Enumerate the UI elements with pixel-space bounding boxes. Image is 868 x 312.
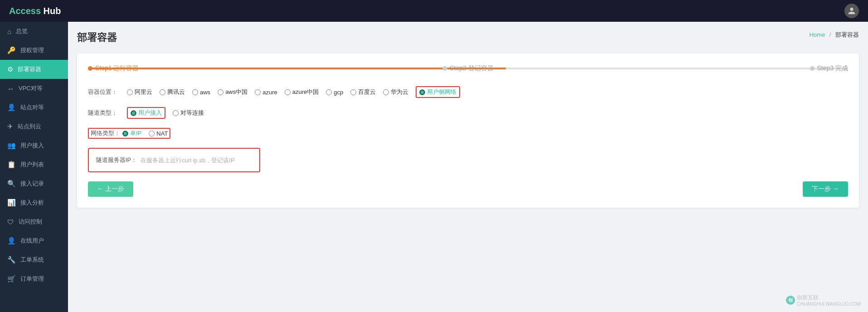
location-gcp[interactable]: gcp: [326, 89, 343, 96]
watermark: 创 创新互联 CHUANGHUI WANGLUO.COM: [786, 294, 861, 307]
sidebar-label-order-mgmt: 订单管理: [20, 275, 44, 283]
tunnel-type-label: 隧道类型：: [88, 109, 120, 117]
prev-button[interactable]: ← 上一步: [88, 181, 133, 197]
watermark-subtext: CHUANGHUI WANGLUO.COM: [797, 302, 861, 307]
location-user-network[interactable]: 用户侧网络: [419, 88, 456, 96]
sidebar-item-online-users[interactable]: 👤 在线用户: [0, 231, 68, 250]
layout: ⌂ 总览 🔑 授权管理 ⚙ 部署容器 ↔ VPC对等 👤 站点对等 ✈ 站点到云…: [0, 22, 868, 312]
container-location-label: 容器位置：: [88, 88, 120, 96]
sidebar-label-access-control: 访问控制: [19, 218, 42, 226]
network-type-row: 网络类型： 单IP NAT: [88, 128, 848, 139]
sidebar-item-access-control[interactable]: 🛡 访问控制: [0, 212, 68, 231]
container-location-row: 容器位置： 阿里云 腾讯云 aws: [88, 86, 848, 98]
sidebar-label-access-log: 接入记录: [20, 180, 44, 188]
breadcrumb: Home / 部署容器: [809, 31, 859, 39]
tunnel-peer[interactable]: 对等连接: [173, 109, 204, 117]
location-user-network-box: 用户侧网络: [416, 86, 460, 98]
location-aws[interactable]: aws: [192, 89, 210, 96]
step-2: Step2 登记容器: [442, 64, 493, 73]
step-2-dot: [442, 66, 447, 71]
network-nat[interactable]: NAT: [149, 130, 168, 137]
vpc-icon: ↔: [7, 85, 14, 93]
location-aliyun[interactable]: 阿里云: [127, 88, 152, 96]
sidebar-item-work-order[interactable]: 🔧 工单系统: [0, 250, 68, 269]
breadcrumb-home[interactable]: Home: [809, 31, 825, 38]
chart-icon: 📊: [7, 199, 16, 207]
sidebar-label-deploy: 部署容器: [18, 65, 41, 73]
step-3-dot: [810, 66, 815, 71]
location-radio-group: 阿里云 腾讯云 aws aws中国: [127, 86, 460, 98]
watermark-text: 创新互联 CHUANGHUI WANGLUO.COM: [797, 294, 861, 307]
location-aws-cn[interactable]: aws中国: [218, 88, 247, 96]
main-card: Step1 运行容器 Step2 登记容器 Step3 完成 容器位置： 阿: [77, 54, 859, 208]
sidebar-item-user-list[interactable]: 📋 用户列表: [0, 155, 68, 174]
tunnel-server-ip-input[interactable]: [141, 157, 252, 164]
sidebar-label-user-access: 用户接入: [20, 141, 44, 150]
tunnel-type-row: 隧道类型： 用户接入 对等连接: [88, 107, 848, 119]
header: Access Hub: [0, 0, 868, 22]
next-button[interactable]: 下一步 →: [803, 181, 848, 197]
sidebar-label-user-list: 用户列表: [20, 161, 44, 169]
sidebar-item-home[interactable]: ⌂ 总览: [0, 22, 68, 41]
sidebar-label-home: 总览: [16, 27, 28, 35]
network-radio-group: 单IP NAT: [122, 129, 168, 137]
button-row: ← 上一步 下一步 →: [88, 181, 848, 197]
sidebar-label-work-order: 工单系统: [20, 256, 44, 264]
network-single-ip[interactable]: 单IP: [122, 129, 141, 137]
sidebar-label-vpc: VPC对等: [19, 84, 43, 93]
location-baidu[interactable]: 百度云: [350, 88, 376, 96]
sidebar-item-site[interactable]: 👤 站点对等: [0, 98, 68, 117]
network-type-label: 网络类型：: [91, 129, 122, 137]
location-huawei[interactable]: 华为云: [383, 88, 408, 96]
list-icon: 📋: [7, 161, 16, 169]
page-header: 部署容器 Home / 部署容器: [77, 31, 859, 44]
sidebar-item-access-log[interactable]: 🔍 接入记录: [0, 174, 68, 193]
breadcrumb-sep: /: [829, 31, 831, 38]
tunnel-server-ip-label: 隧道服务器IP：: [96, 156, 137, 164]
user-avatar[interactable]: [844, 4, 859, 18]
watermark-icon: 创: [786, 296, 795, 305]
main-content: 部署容器 Home / 部署容器 Step1 运行容器 Step2 登记容器: [68, 22, 868, 312]
sidebar-item-user-access[interactable]: 👥 用户接入: [0, 136, 68, 155]
tunnel-user-access[interactable]: 用户接入: [131, 109, 162, 117]
step-2-label: Step2 登记容器: [450, 64, 493, 73]
tunnel-user-access-box: 用户接入: [127, 107, 165, 119]
site-icon: 👤: [7, 103, 16, 112]
location-azure[interactable]: azure: [255, 89, 277, 96]
step-3-label: Step3 完成: [817, 64, 848, 73]
breadcrumb-current: 部署容器: [835, 31, 859, 38]
search-icon: 🔍: [7, 180, 16, 188]
page-title: 部署容器: [77, 31, 117, 44]
logo-hub: Hub: [41, 6, 61, 16]
step-1: Step1 运行容器: [88, 64, 139, 73]
tunnel-server-ip-box: 隧道服务器IP：: [88, 148, 260, 172]
online-icon: 👤: [7, 237, 16, 245]
step-3: Step3 完成: [810, 64, 848, 73]
sidebar-item-site-cloud[interactable]: ✈ 站点到云: [0, 117, 68, 136]
key-icon: 🔑: [7, 46, 16, 54]
wrench-icon: 🔧: [7, 256, 16, 264]
sidebar-item-access-analysis[interactable]: 📊 接入分析: [0, 193, 68, 212]
sidebar-label-auth: 授权管理: [20, 46, 44, 54]
location-azure-cn[interactable]: azure中国: [285, 88, 319, 96]
watermark-name: 创新互联: [797, 294, 861, 302]
logo-access: Access: [9, 6, 41, 16]
home-icon: ⌂: [7, 28, 11, 35]
logo: Access Hub: [9, 6, 61, 16]
sidebar-item-auth[interactable]: 🔑 授权管理: [0, 41, 68, 60]
sidebar: ⌂ 总览 🔑 授权管理 ⚙ 部署容器 ↔ VPC对等 👤 站点对等 ✈ 站点到云…: [0, 22, 68, 312]
location-tencent[interactable]: 腾讯云: [160, 88, 185, 96]
cloud-icon: ✈: [7, 122, 13, 131]
ip-row: 隧道服务器IP：: [96, 156, 252, 164]
step-1-label: Step1 运行容器: [95, 64, 139, 73]
sidebar-item-order-mgmt[interactable]: 🛒 订单管理: [0, 269, 68, 288]
network-type-box: 网络类型： 单IP NAT: [88, 128, 170, 139]
sidebar-item-deploy[interactable]: ⚙ 部署容器: [0, 60, 68, 79]
user-access-icon: 👥: [7, 141, 16, 150]
sidebar-label-access-analysis: 接入分析: [20, 199, 44, 207]
step-1-dot: [88, 66, 92, 71]
remaining-line: [506, 68, 848, 69]
sidebar-label-site-cloud: 站点到云: [18, 122, 41, 131]
sidebar-label-site: 站点对等: [20, 103, 44, 112]
sidebar-item-vpc[interactable]: ↔ VPC对等: [0, 79, 68, 98]
